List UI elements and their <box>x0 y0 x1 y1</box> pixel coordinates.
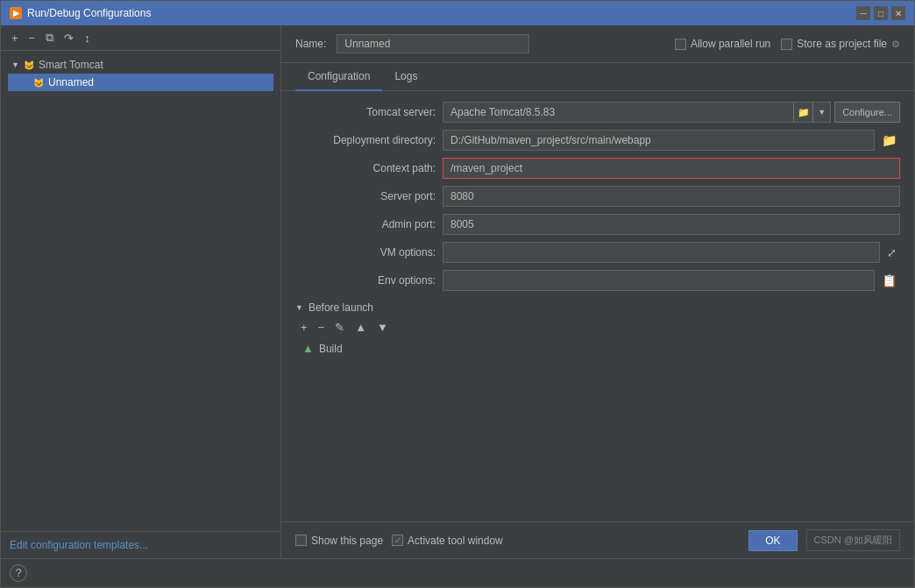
context-path-field <box>443 158 900 179</box>
content-area: + − ⧉ ↷ ↕ ▼ 🐱 Smart Tomcat 🐱 Unnamed <box>1 25 914 558</box>
tomcat-server-field: 📁 ▼ Configure... <box>443 102 900 123</box>
maximize-button[interactable]: □ <box>874 6 888 20</box>
context-path-input[interactable] <box>443 158 900 179</box>
configuration-content: Tomcat server: 📁 ▼ Configure... Deployme… <box>281 91 914 521</box>
before-launch-add-button[interactable]: + <box>297 319 311 336</box>
right-panel: Name: Allow parallel run Store as projec… <box>281 25 914 558</box>
close-button[interactable]: ✕ <box>891 6 905 20</box>
smart-tomcat-label: Smart Tomcat <box>39 59 103 71</box>
before-launch-header: ▼ Before launch <box>295 301 900 314</box>
env-options-row: Env options: 📋 <box>295 270 900 291</box>
tab-configuration[interactable]: Configuration <box>295 63 382 91</box>
remove-configuration-button[interactable]: − <box>25 30 39 46</box>
before-launch-chevron: ▼ <box>295 303 303 312</box>
show-page-container: Show this page <box>295 535 383 547</box>
tomcat-server-input[interactable] <box>443 103 793 121</box>
show-page-checkbox[interactable] <box>295 535 307 546</box>
admin-port-label: Admin port: <box>295 218 436 230</box>
configuration-item-icon: 🐱 <box>32 76 45 89</box>
env-options-input[interactable] <box>443 270 875 291</box>
smart-tomcat-group: ▼ 🐱 Smart Tomcat 🐱 Unnamed <box>1 54 280 93</box>
context-path-row: Context path: <box>295 158 900 179</box>
before-launch-up-button[interactable]: ▲ <box>351 319 370 336</box>
title-bar-left: ▶ Run/Debug Configurations <box>10 7 151 19</box>
store-project-checkbox[interactable] <box>781 39 792 50</box>
group-chevron: ▼ <box>11 60 19 69</box>
name-bar: Name: Allow parallel run Store as projec… <box>281 25 914 63</box>
deployment-dir-label: Deployment directory: <box>295 134 436 146</box>
dialog-footer: ? <box>1 558 914 587</box>
bottom-bar: Show this page ✓ Activate tool window OK… <box>281 521 914 558</box>
tab-logs[interactable]: Logs <box>382 63 429 91</box>
server-port-row: Server port: <box>295 186 900 207</box>
vm-options-input[interactable] <box>443 242 880 263</box>
build-item: ▲ Build <box>295 339 900 358</box>
store-project-label: Store as project file <box>797 38 887 50</box>
deployment-dir-row: Deployment directory: 📁 <box>295 130 900 151</box>
env-options-field: 📋 <box>443 270 900 291</box>
vm-options-field: ⤢ <box>443 242 900 263</box>
dialog-title: Run/Debug Configurations <box>27 7 151 19</box>
tomcat-folder-icon[interactable]: 📁 <box>793 103 812 122</box>
build-label: Build <box>319 343 343 355</box>
admin-port-field <box>443 214 900 235</box>
server-port-input[interactable] <box>443 186 900 207</box>
env-options-label: Env options: <box>295 274 436 287</box>
title-bar: ▶ Run/Debug Configurations ─ □ ✕ <box>1 1 914 25</box>
title-icon: ▶ <box>10 7 22 19</box>
minimize-button[interactable]: ─ <box>856 6 870 20</box>
edit-templates-link[interactable]: Edit configuration templates... <box>10 539 148 551</box>
name-input[interactable] <box>337 34 529 53</box>
configuration-tree: ▼ 🐱 Smart Tomcat 🐱 Unnamed <box>1 51 280 531</box>
tomcat-server-combo[interactable]: 📁 ▼ <box>443 102 831 123</box>
tomcat-server-row: Tomcat server: 📁 ▼ Configure... <box>295 102 900 123</box>
name-label: Name: <box>295 38 326 50</box>
allow-parallel-checkbox[interactable] <box>675 39 686 50</box>
tomcat-group-icon: 🐱 <box>23 59 35 71</box>
smart-tomcat-group-header[interactable]: ▼ 🐱 Smart Tomcat <box>8 56 273 74</box>
before-launch-edit-button[interactable]: ✎ <box>331 319 348 336</box>
help-button[interactable]: ? <box>10 564 27 582</box>
tomcat-dropdown-arrow[interactable]: ▼ <box>812 103 830 122</box>
before-launch-down-button[interactable]: ▼ <box>373 319 392 336</box>
allow-parallel-label: Allow parallel run <box>691 38 770 50</box>
add-configuration-button[interactable]: + <box>8 30 22 46</box>
before-launch-label: Before launch <box>309 301 373 314</box>
server-port-label: Server port: <box>295 190 436 202</box>
admin-port-row: Admin port: <box>295 214 900 235</box>
copy-configuration-button[interactable]: ⧉ <box>42 29 57 46</box>
configuration-item-label: Unnamed <box>48 76 94 89</box>
title-bar-controls: ─ □ ✕ <box>856 6 905 20</box>
store-project-container: Store as project file ⚙ <box>781 38 900 50</box>
before-launch-remove-button[interactable]: − <box>315 319 329 336</box>
deployment-dir-field: 📁 <box>443 130 900 151</box>
tabs-bar: Configuration Logs <box>281 63 914 91</box>
left-toolbar: + − ⧉ ↷ ↕ <box>1 25 280 51</box>
left-panel-footer: Edit configuration templates... <box>1 531 280 558</box>
left-panel: + − ⧉ ↷ ↕ ▼ 🐱 Smart Tomcat 🐱 Unnamed <box>1 25 281 558</box>
sort-configuration-button[interactable]: ↕ <box>81 30 94 46</box>
run-debug-dialog: ▶ Run/Debug Configurations ─ □ ✕ + − ⧉ ↷… <box>0 0 915 588</box>
activate-window-container: ✓ Activate tool window <box>392 535 503 547</box>
deployment-dir-browse-button[interactable]: 📁 <box>878 131 900 149</box>
activate-window-label: Activate tool window <box>408 535 503 547</box>
server-port-field <box>443 186 900 207</box>
ok-button[interactable]: OK <box>748 530 797 551</box>
env-options-browse-button[interactable]: 📋 <box>878 272 900 289</box>
vm-options-row: VM options: ⤢ <box>295 242 900 263</box>
tomcat-server-label: Tomcat server: <box>295 106 436 118</box>
store-project-icon: ⚙ <box>891 39 900 50</box>
unnamed-configuration-item[interactable]: 🐱 Unnamed <box>8 74 273 91</box>
allow-parallel-container: Allow parallel run <box>675 38 770 50</box>
vm-options-label: VM options: <box>295 246 436 259</box>
deployment-dir-input[interactable] <box>443 130 875 151</box>
activate-window-checkbox[interactable]: ✓ <box>392 535 403 546</box>
admin-port-input[interactable] <box>443 214 900 235</box>
before-launch-toolbar: + − ✎ ▲ ▼ <box>295 319 900 336</box>
build-icon: ▲ <box>302 342 314 355</box>
configure-button[interactable]: Configure... <box>834 102 900 123</box>
watermark: CSDN @如风暖阳 <box>806 529 900 551</box>
vm-options-expand-button[interactable]: ⤢ <box>883 244 900 261</box>
before-launch-section: ▼ Before launch + − ✎ ▲ ▼ ▲ Build <box>295 301 900 358</box>
move-configuration-button[interactable]: ↷ <box>60 30 77 46</box>
